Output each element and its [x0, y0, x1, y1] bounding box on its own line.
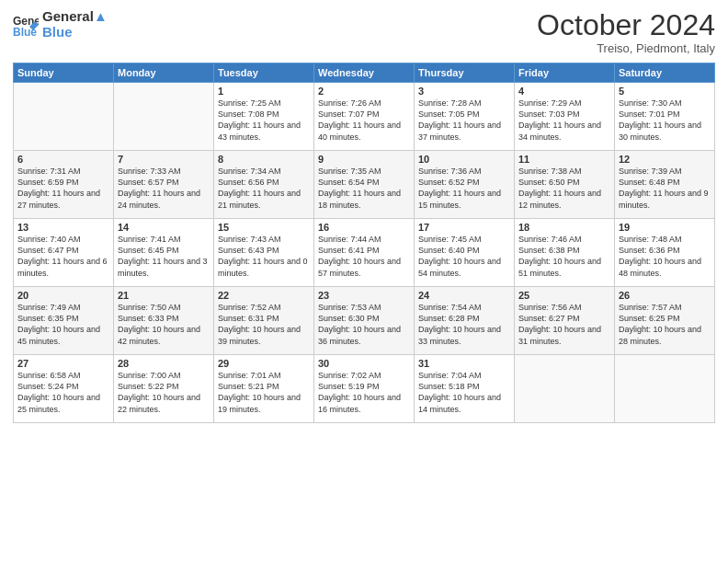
day-info: Sunrise: 7:25 AMSunset: 7:08 PMDaylight:…: [218, 98, 310, 143]
header: General Blue General▲ Blue October 2024 …: [13, 9, 715, 55]
day-info: Sunrise: 7:35 AMSunset: 6:54 PMDaylight:…: [318, 166, 410, 211]
calendar-cell: 5Sunrise: 7:30 AMSunset: 7:01 PMDaylight…: [615, 83, 715, 151]
svg-text:Blue: Blue: [13, 26, 37, 38]
logo-blue: Blue: [42, 25, 108, 40]
day-info: Sunrise: 7:29 AMSunset: 7:03 PMDaylight:…: [518, 98, 610, 143]
day-info: Sunrise: 7:00 AMSunset: 5:22 PMDaylight:…: [118, 370, 210, 415]
day-info: Sunrise: 7:04 AMSunset: 5:18 PMDaylight:…: [418, 370, 510, 415]
day-info: Sunrise: 7:44 AMSunset: 6:41 PMDaylight:…: [318, 234, 410, 279]
day-info: Sunrise: 7:38 AMSunset: 6:50 PMDaylight:…: [518, 166, 610, 211]
calendar-cell: [14, 83, 114, 151]
day-info: Sunrise: 7:54 AMSunset: 6:28 PMDaylight:…: [418, 302, 510, 347]
day-number: 18: [518, 222, 610, 233]
month-title: October 2024: [537, 9, 715, 41]
day-number: 22: [218, 290, 310, 301]
calendar-cell: 29Sunrise: 7:01 AMSunset: 5:21 PMDayligh…: [214, 355, 314, 423]
calendar-cell: 10Sunrise: 7:36 AMSunset: 6:52 PMDayligh…: [415, 151, 515, 219]
calendar-cell: 30Sunrise: 7:02 AMSunset: 5:19 PMDayligh…: [314, 355, 415, 423]
day-number: 27: [17, 358, 109, 369]
calendar-cell: 22Sunrise: 7:52 AMSunset: 6:31 PMDayligh…: [214, 287, 314, 355]
day-number: 25: [518, 290, 610, 301]
day-info: Sunrise: 7:01 AMSunset: 5:21 PMDaylight:…: [218, 370, 310, 415]
weekday-header: Monday: [114, 63, 214, 83]
calendar-cell: 24Sunrise: 7:54 AMSunset: 6:28 PMDayligh…: [415, 287, 515, 355]
day-number: 12: [619, 154, 711, 165]
day-info: Sunrise: 7:36 AMSunset: 6:52 PMDaylight:…: [418, 166, 510, 211]
calendar-cell: 2Sunrise: 7:26 AMSunset: 7:07 PMDaylight…: [314, 83, 415, 151]
calendar-cell: 28Sunrise: 7:00 AMSunset: 5:22 PMDayligh…: [114, 355, 214, 423]
day-number: 6: [17, 154, 109, 165]
calendar-cell: 11Sunrise: 7:38 AMSunset: 6:50 PMDayligh…: [515, 151, 615, 219]
day-number: 24: [418, 290, 510, 301]
day-info: Sunrise: 7:45 AMSunset: 6:40 PMDaylight:…: [418, 234, 510, 279]
day-info: Sunrise: 7:53 AMSunset: 6:30 PMDaylight:…: [318, 302, 410, 347]
day-info: Sunrise: 7:49 AMSunset: 6:35 PMDaylight:…: [17, 302, 109, 347]
day-info: Sunrise: 7:02 AMSunset: 5:19 PMDaylight:…: [318, 370, 410, 415]
calendar-cell: 20Sunrise: 7:49 AMSunset: 6:35 PMDayligh…: [14, 287, 114, 355]
day-info: Sunrise: 7:40 AMSunset: 6:47 PMDaylight:…: [17, 234, 109, 279]
calendar-cell: 26Sunrise: 7:57 AMSunset: 6:25 PMDayligh…: [615, 287, 715, 355]
calendar-cell: 13Sunrise: 7:40 AMSunset: 6:47 PMDayligh…: [14, 219, 114, 287]
day-info: Sunrise: 7:33 AMSunset: 6:57 PMDaylight:…: [118, 166, 210, 211]
day-number: 1: [218, 86, 310, 97]
day-info: Sunrise: 7:46 AMSunset: 6:38 PMDaylight:…: [518, 234, 610, 279]
day-number: 11: [518, 154, 610, 165]
day-number: 19: [619, 222, 711, 233]
calendar-cell: 15Sunrise: 7:43 AMSunset: 6:43 PMDayligh…: [214, 219, 314, 287]
day-number: 16: [318, 222, 410, 233]
day-number: 3: [418, 86, 510, 97]
calendar-page: General Blue General▲ Blue October 2024 …: [0, 0, 728, 563]
day-number: 31: [418, 358, 510, 369]
day-info: Sunrise: 7:50 AMSunset: 6:33 PMDaylight:…: [118, 302, 210, 347]
weekday-header: Saturday: [615, 63, 715, 83]
day-number: 23: [318, 290, 410, 301]
day-number: 4: [518, 86, 610, 97]
calendar-cell: [114, 83, 214, 151]
day-info: Sunrise: 7:41 AMSunset: 6:45 PMDaylight:…: [118, 234, 210, 279]
calendar-cell: 14Sunrise: 7:41 AMSunset: 6:45 PMDayligh…: [114, 219, 214, 287]
day-number: 17: [418, 222, 510, 233]
location-subtitle: Treiso, Piedmont, Italy: [537, 41, 715, 55]
calendar-cell: 16Sunrise: 7:44 AMSunset: 6:41 PMDayligh…: [314, 219, 415, 287]
calendar-cell: 8Sunrise: 7:34 AMSunset: 6:56 PMDaylight…: [214, 151, 314, 219]
day-number: 10: [418, 154, 510, 165]
calendar-week-row: 1Sunrise: 7:25 AMSunset: 7:08 PMDaylight…: [14, 83, 715, 151]
weekday-header: Friday: [515, 63, 615, 83]
calendar-cell: [515, 355, 615, 423]
weekday-header: Tuesday: [214, 63, 314, 83]
calendar-week-row: 20Sunrise: 7:49 AMSunset: 6:35 PMDayligh…: [14, 287, 715, 355]
logo-general: General▲: [42, 9, 108, 25]
calendar-cell: 19Sunrise: 7:48 AMSunset: 6:36 PMDayligh…: [615, 219, 715, 287]
calendar-cell: 1Sunrise: 7:25 AMSunset: 7:08 PMDaylight…: [214, 83, 314, 151]
day-info: Sunrise: 7:31 AMSunset: 6:59 PMDaylight:…: [17, 166, 109, 211]
day-number: 13: [17, 222, 109, 233]
weekday-header: Thursday: [415, 63, 515, 83]
calendar-week-row: 6Sunrise: 7:31 AMSunset: 6:59 PMDaylight…: [14, 151, 715, 219]
day-info: Sunrise: 7:30 AMSunset: 7:01 PMDaylight:…: [619, 98, 711, 143]
day-info: Sunrise: 6:58 AMSunset: 5:24 PMDaylight:…: [17, 370, 109, 415]
day-number: 28: [118, 358, 210, 369]
logo: General Blue General▲ Blue: [13, 9, 108, 40]
day-info: Sunrise: 7:52 AMSunset: 6:31 PMDaylight:…: [218, 302, 310, 347]
calendar-cell: 25Sunrise: 7:56 AMSunset: 6:27 PMDayligh…: [515, 287, 615, 355]
day-number: 7: [118, 154, 210, 165]
weekday-header: Sunday: [14, 63, 114, 83]
calendar-cell: 23Sunrise: 7:53 AMSunset: 6:30 PMDayligh…: [314, 287, 415, 355]
day-info: Sunrise: 7:56 AMSunset: 6:27 PMDaylight:…: [518, 302, 610, 347]
calendar-cell: 6Sunrise: 7:31 AMSunset: 6:59 PMDaylight…: [14, 151, 114, 219]
day-number: 14: [118, 222, 210, 233]
calendar-cell: 21Sunrise: 7:50 AMSunset: 6:33 PMDayligh…: [114, 287, 214, 355]
day-number: 5: [619, 86, 711, 97]
day-info: Sunrise: 7:28 AMSunset: 7:05 PMDaylight:…: [418, 98, 510, 143]
calendar-cell: 31Sunrise: 7:04 AMSunset: 5:18 PMDayligh…: [415, 355, 515, 423]
calendar-cell: 17Sunrise: 7:45 AMSunset: 6:40 PMDayligh…: [415, 219, 515, 287]
calendar-cell: 3Sunrise: 7:28 AMSunset: 7:05 PMDaylight…: [415, 83, 515, 151]
logo-icon: General Blue: [13, 12, 39, 38]
day-info: Sunrise: 7:39 AMSunset: 6:48 PMDaylight:…: [619, 166, 711, 211]
calendar-cell: 4Sunrise: 7:29 AMSunset: 7:03 PMDaylight…: [515, 83, 615, 151]
day-info: Sunrise: 7:43 AMSunset: 6:43 PMDaylight:…: [218, 234, 310, 279]
calendar-cell: 7Sunrise: 7:33 AMSunset: 6:57 PMDaylight…: [114, 151, 214, 219]
calendar-week-row: 27Sunrise: 6:58 AMSunset: 5:24 PMDayligh…: [14, 355, 715, 423]
day-number: 9: [318, 154, 410, 165]
calendar-cell: [615, 355, 715, 423]
